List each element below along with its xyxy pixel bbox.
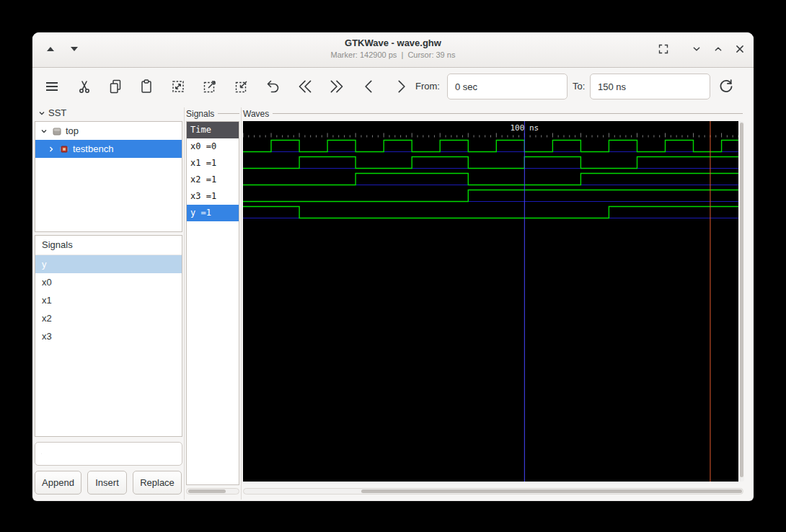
waves-frame-label: Waves xyxy=(243,108,743,119)
window-chevron-up-button[interactable] xyxy=(709,40,728,58)
paste-button[interactable] xyxy=(133,74,159,99)
reload-button[interactable] xyxy=(713,74,739,99)
undo-button[interactable] xyxy=(260,74,286,99)
signal-search-box[interactable] xyxy=(35,442,182,466)
sst-tree-panel: top testbench xyxy=(35,121,182,232)
signal-search-panel: Signals y x0 x1 x2 x3 xyxy=(35,235,182,437)
search-input[interactable] xyxy=(46,448,176,460)
sst-header-label: SST xyxy=(48,107,66,118)
insert-button[interactable]: Insert xyxy=(87,471,127,495)
tree-item-label: top xyxy=(66,125,79,136)
menu-button[interactable] xyxy=(39,74,65,99)
cut-scissors-icon xyxy=(76,78,93,95)
chevron-left-icon xyxy=(360,77,379,96)
wave-row-label-y[interactable]: y =1 xyxy=(187,205,239,221)
scrollbar-thumb[interactable] xyxy=(188,489,226,493)
window-chevron-down-button[interactable] xyxy=(687,40,706,58)
tree-item-label: testbench xyxy=(73,143,113,154)
to-label: To: xyxy=(573,81,585,92)
replace-button[interactable]: Replace xyxy=(133,471,182,495)
paned-handle-left[interactable] xyxy=(184,107,185,500)
wave-row-label-x1[interactable]: x1 =1 xyxy=(187,155,239,172)
paned-handle-right[interactable] xyxy=(241,107,242,500)
tree-item-top[interactable]: top xyxy=(35,122,182,140)
from-input[interactable] xyxy=(447,74,568,99)
restore-window-icon xyxy=(655,41,671,57)
copy-icon xyxy=(107,78,124,95)
waves-frame-label-text: Waves xyxy=(243,109,269,119)
wave-row-label-x0[interactable]: x0 =0 xyxy=(187,138,239,155)
zoom-in-button[interactable] xyxy=(197,74,223,99)
zoom-out-button[interactable] xyxy=(229,74,255,99)
skip-to-start-icon xyxy=(296,77,314,96)
undo-icon xyxy=(265,78,282,95)
search-icon xyxy=(41,448,42,459)
chip-icon xyxy=(59,144,69,154)
paste-clipboard-icon xyxy=(138,78,155,95)
waves-vertical-scrollbar[interactable] xyxy=(739,121,744,482)
signal-item-x1[interactable]: x1 xyxy=(35,291,182,309)
skip-to-end-button[interactable] xyxy=(324,74,350,99)
chevron-right-icon xyxy=(392,77,410,96)
zoom-fit-button[interactable] xyxy=(165,74,191,99)
close-window-button[interactable] xyxy=(730,40,749,58)
cut-button[interactable] xyxy=(71,74,97,99)
frame-rule xyxy=(273,113,743,114)
sst-header[interactable]: SST xyxy=(37,107,66,118)
waveform-plot: 100 ns xyxy=(243,121,738,482)
copy-button[interactable] xyxy=(102,74,128,99)
skip-to-end-icon xyxy=(327,77,346,96)
window-subtitle: Marker: 142900 ps | Cursor: 39 ns xyxy=(32,50,754,59)
gtkwave-window: GTKWave - wave.ghw Marker: 142900 ps | C… xyxy=(32,32,754,501)
module-icon xyxy=(52,126,62,136)
wave-canvas[interactable]: 100 ns xyxy=(243,121,738,482)
menu-icon xyxy=(43,78,61,95)
signal-item-y[interactable]: y xyxy=(35,255,182,273)
skip-to-start-button[interactable] xyxy=(292,74,318,99)
time-header[interactable]: Time xyxy=(187,122,239,138)
restore-window-button[interactable] xyxy=(654,40,673,58)
expander-down-icon xyxy=(37,109,46,118)
expander-down-icon[interactable] xyxy=(40,127,48,136)
chevron-up-icon xyxy=(710,41,726,57)
wave-row-label-x3[interactable]: x3 =1 xyxy=(187,188,239,205)
frame-rule xyxy=(218,113,239,114)
waves-horizontal-scrollbar[interactable] xyxy=(243,488,743,495)
wave-list-frame-label: Signals xyxy=(186,108,239,119)
zoom-out-icon xyxy=(233,78,250,95)
signal-item-x2[interactable]: x2 xyxy=(35,309,182,327)
tree-item-testbench[interactable]: testbench xyxy=(35,140,182,158)
wave-list-frame-label-text: Signals xyxy=(186,109,214,119)
to-input[interactable] xyxy=(590,74,710,99)
toolbar: From: To: xyxy=(32,67,754,107)
chevron-down-icon xyxy=(689,41,705,57)
append-button[interactable]: Append xyxy=(35,471,81,495)
wave-list-horizontal-scrollbar[interactable] xyxy=(186,488,239,495)
signal-item-x3[interactable]: x3 xyxy=(35,327,182,345)
window-title: GTKWave - wave.ghw xyxy=(32,37,754,48)
reload-icon xyxy=(717,77,736,96)
wave-row-label-x2[interactable]: x2 =1 xyxy=(187,172,239,188)
titlebar[interactable]: GTKWave - wave.ghw Marker: 142900 ps | C… xyxy=(32,32,754,68)
close-icon xyxy=(732,41,748,57)
next-button[interactable] xyxy=(388,74,414,99)
from-label: From: xyxy=(415,81,440,92)
signal-item-x0[interactable]: x0 xyxy=(35,273,182,291)
wave-name-list: Time x0 =0 x1 =1 x2 =1 x3 =1 y =1 xyxy=(186,121,239,485)
expander-right-icon[interactable] xyxy=(47,145,56,154)
scrollbar-thumb[interactable] xyxy=(740,123,743,477)
zoom-fit-icon xyxy=(169,78,187,95)
zoom-in-icon xyxy=(201,78,218,95)
scrollbar-thumb[interactable] xyxy=(361,489,742,493)
previous-button[interactable] xyxy=(356,74,382,99)
signals-header: Signals xyxy=(35,236,182,255)
